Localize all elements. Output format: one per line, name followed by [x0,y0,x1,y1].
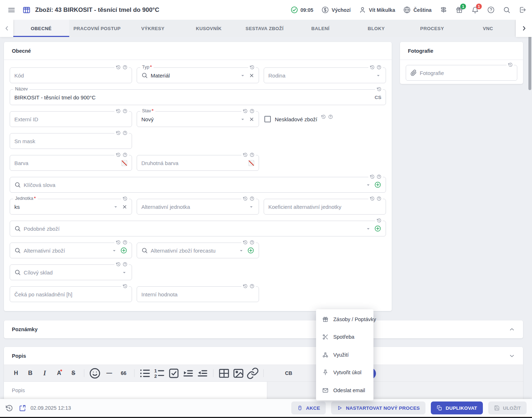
history-icon[interactable] [243,240,248,245]
history-icon[interactable] [116,152,121,157]
user-menu[interactable]: Vít Mikulka [359,6,395,14]
field-alternativni-jednotka[interactable]: Alternativní jednotka [137,199,259,215]
menu-item-zasoby-poptavky[interactable]: Zásoby / Poptávky [316,310,373,328]
field-sn-mask[interactable]: Sn mask [10,133,132,149]
help-icon[interactable] [123,65,127,70]
history-icon[interactable] [116,131,121,135]
dropdown-icon[interactable] [238,248,244,254]
language-suffix[interactable]: CS [375,95,381,100]
open-record-icon[interactable] [19,404,26,412]
field-rodina[interactable]: Rodina [264,67,386,83]
collapse-chevron-up-icon[interactable] [509,326,515,333]
dropdown-icon[interactable] [365,226,371,232]
history-icon[interactable] [123,196,127,201]
dropdown-icon[interactable] [240,72,246,79]
expand-chevron-down-icon[interactable] [509,353,515,359]
tab-bloky[interactable]: BLOKY [348,20,404,37]
tab-pracovni-postup[interactable]: PRACOVNÍ POSTUP [69,20,125,37]
tab-obecne[interactable]: OBECNÉ [13,20,69,37]
history-icon[interactable] [377,87,381,91]
dropdown-icon[interactable] [113,204,119,210]
image-button[interactable] [232,367,245,379]
help-icon[interactable] [250,109,254,113]
table-button[interactable] [218,367,230,379]
menu-item-vytvorit-ukol[interactable]: Vytvořit úkol [316,364,373,382]
record-history-icon[interactable] [5,404,13,412]
history-icon[interactable] [243,109,248,113]
field-stav[interactable]: Stav*Nový [137,111,259,127]
field-koeficient-alternativni-jednotky[interactable]: Koeficient alternativní jednotky [264,199,386,215]
history-icon[interactable] [116,240,121,245]
help-icon[interactable] [377,65,381,70]
checkbox-neskladove-zbozi[interactable] [264,116,271,122]
link-button[interactable] [246,367,259,379]
tab-procesy[interactable]: PROCESY [404,20,460,37]
history-icon[interactable] [370,174,375,179]
field-fotografie[interactable]: Fotografie [406,65,517,81]
plus-icon[interactable] [247,247,254,254]
color-swatch-icon[interactable] [121,160,127,166]
plus-icon[interactable] [120,247,127,254]
help-icon[interactable] [123,131,127,135]
search-button[interactable] [503,6,510,14]
language-switcher[interactable]: Čeština [403,6,432,14]
code-block-button[interactable]: CB [282,367,295,379]
tab-kusovnik[interactable]: KUSOVNÍK [181,20,237,37]
help-icon[interactable] [123,152,127,157]
help-icon[interactable] [377,196,381,201]
tab-vykresy[interactable]: VÝKRESY [125,20,181,37]
history-icon[interactable] [377,218,381,223]
help-icon[interactable] [123,109,127,113]
history-icon[interactable] [116,65,121,70]
bold-button[interactable]: B [24,367,37,379]
italic-button[interactable]: I [38,367,51,379]
plus-icon[interactable] [374,181,381,188]
field-klicova-slova[interactable]: Klíčová slova [10,177,386,193]
field-nazev[interactable]: NázevBIRKOSIT - těsnící tmel do 900°CCS [10,89,386,105]
clear-icon[interactable] [249,73,254,78]
dropdown-icon[interactable] [121,269,127,276]
help-icon[interactable] [123,240,127,245]
history-icon[interactable] [243,196,248,201]
indent-button[interactable] [182,367,194,379]
field-alternativni-zbozi-forecastu[interactable]: Alternativní zboží forecastu [137,243,259,258]
help-icon[interactable] [250,196,254,201]
clear-icon[interactable] [122,204,127,210]
history-icon[interactable] [370,65,375,70]
help-icon[interactable] [250,240,254,245]
emoji-button[interactable] [89,367,101,379]
plus-icon[interactable] [374,225,381,232]
menu-item-spotreba[interactable]: Spotřeba [316,328,373,346]
code-button[interactable] [268,367,281,379]
menu-item-odeslat-email[interactable]: Odeslat email [316,381,373,399]
akce-button[interactable]: AKCE [291,401,326,414]
tab-vnc[interactable]: VNC [460,20,516,37]
duplicate-button[interactable]: DUPLIKOVAT [431,401,483,414]
field-kod[interactable]: Kód [10,67,132,83]
dropdown-icon[interactable] [111,248,117,254]
history-icon[interactable] [370,196,375,201]
menu-item-vyuziti[interactable]: Využití [316,346,373,364]
history-icon[interactable] [243,152,248,157]
history-icon[interactable] [123,284,127,288]
help-icon[interactable] [123,262,127,267]
blockquote-button[interactable]: 66 [117,367,130,379]
heading-button[interactable]: H [10,367,22,379]
dropdown-icon[interactable] [248,204,254,210]
history-icon[interactable] [116,109,121,113]
tabs-scroll-left-button[interactable] [0,20,13,37]
horizontal-rule-button[interactable]: — [103,367,116,379]
hamburger-menu-icon[interactable] [7,6,16,14]
tabs-scroll-right-button[interactable] [516,20,532,37]
notifications-button[interactable]: 1 [471,6,479,14]
start-new-process-button[interactable]: NASTARTOVAT NOVÝ PROCES [331,401,425,414]
tab-baleni[interactable]: BALENÍ [292,20,348,37]
help-button[interactable] [487,6,495,14]
history-icon[interactable] [116,262,121,267]
help-icon[interactable] [250,284,254,288]
field-jednotka[interactable]: Jednotka*ks [10,199,132,215]
dropdown-icon[interactable] [375,72,381,79]
outdent-button[interactable] [196,367,209,379]
history-icon[interactable] [321,114,326,119]
field-cilovy-sklad[interactable]: Cílový sklad [10,264,132,280]
